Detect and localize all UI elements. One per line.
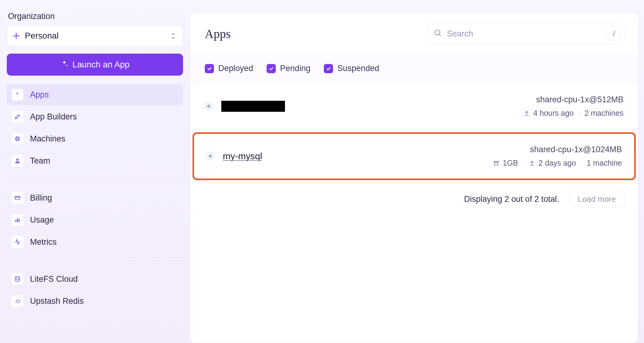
app-row[interactable]: shared-cpu-1x@512MB 4 hours ago · 2 mach… [190, 82, 638, 130]
activity-icon [11, 236, 24, 248]
bars-icon [11, 213, 24, 226]
main-header: Apps / [190, 13, 638, 54]
sidebar: Organization Personal Launch an App Apps… [0, 0, 190, 343]
app-age: 2 days ago [538, 159, 576, 168]
svg-rect-8 [15, 196, 20, 200]
org-selector[interactable]: Personal [7, 25, 183, 46]
app-cpu: shared-cpu-1x@512MB [523, 95, 623, 104]
app-machines: 1 machine [587, 159, 622, 168]
cpu-icon [11, 132, 24, 145]
total-text: Displaying 2 out of 2 total. [464, 194, 559, 204]
checkbox-checked-icon [267, 64, 276, 73]
svg-rect-9 [15, 220, 17, 222]
load-more-button[interactable]: Load more [569, 190, 625, 208]
app-meta-line: 4 hours ago · 2 machines [523, 109, 623, 118]
org-name: Personal [25, 31, 166, 41]
deploy-icon [523, 110, 530, 117]
checkbox-checked-icon [324, 64, 333, 73]
sparkle-icon [11, 88, 24, 101]
user-icon [11, 154, 24, 167]
sidebar-item-apps[interactable]: Apps [7, 84, 183, 105]
search-box[interactable]: / [426, 24, 625, 44]
filter-pending[interactable]: Pending [267, 64, 310, 73]
search-input[interactable] [447, 29, 602, 39]
app-name[interactable]: my-mysql [223, 151, 262, 161]
svg-point-12 [15, 277, 20, 278]
app-meta: shared-cpu-1x@1024MB 1GB · 2 days ago · … [493, 145, 622, 168]
filter-label: Deployed [218, 64, 253, 73]
list-footer: Displaying 2 out of 2 total. Load more [190, 180, 638, 218]
launch-app-button[interactable]: Launch an App [7, 54, 183, 76]
database-icon [11, 273, 24, 285]
checkbox-checked-icon [205, 64, 214, 73]
storage-icon [493, 160, 500, 167]
sidebar-item-upstash[interactable]: Upstash Redis [7, 291, 183, 311]
app-row[interactable]: my-mysql shared-cpu-1x@1024MB 1GB · 2 da… [193, 132, 636, 180]
svg-rect-11 [19, 219, 20, 222]
org-label: Organization [7, 12, 183, 21]
filter-deployed[interactable]: Deployed [205, 64, 253, 73]
svg-point-1 [13, 36, 14, 36]
sidebar-item-machines[interactable]: Machines [7, 128, 183, 149]
divider [7, 260, 183, 261]
app-age: 4 hours ago [533, 109, 574, 118]
sidebar-item-label: App Builders [30, 112, 77, 122]
main-panel: Apps / Deployed Pending Suspended [190, 13, 638, 343]
swirl-icon [11, 295, 24, 307]
sidebar-item-label: Upstash Redis [30, 296, 84, 306]
page-title: Apps [205, 27, 420, 41]
svg-point-13 [435, 30, 440, 35]
sidebar-item-litefs[interactable]: LiteFS Cloud [7, 269, 183, 289]
sidebar-item-app-builders[interactable]: App Builders [7, 106, 183, 127]
app-machines: 2 machines [584, 109, 623, 118]
tools-icon [11, 110, 24, 123]
filter-suspended[interactable]: Suspended [324, 64, 379, 73]
svg-rect-5 [16, 137, 19, 141]
deploy-icon [529, 160, 535, 167]
sidebar-item-label: LiteFS Cloud [30, 274, 78, 284]
filter-label: Pending [280, 64, 310, 73]
svg-rect-10 [17, 218, 18, 222]
app-cpu: shared-cpu-1x@1024MB [493, 145, 622, 154]
sidebar-item-label: Billing [30, 193, 52, 203]
app-storage: 1GB [503, 159, 518, 168]
updown-icon [170, 32, 176, 40]
sidebar-item-label: Metrics [30, 237, 57, 247]
sidebar-item-label: Usage [30, 215, 54, 225]
svg-point-7 [16, 159, 18, 161]
filter-row: Deployed Pending Suspended [190, 54, 638, 82]
sidebar-nav: Apps App Builders Machines Team Billing [7, 84, 183, 311]
sidebar-item-usage[interactable]: Usage [7, 209, 183, 230]
app-name-redacted [221, 101, 285, 112]
app-meta-line: 1GB · 2 days ago · 1 machine [493, 159, 622, 168]
app-meta: shared-cpu-1x@512MB 4 hours ago · 2 mach… [523, 95, 623, 118]
sidebar-item-team[interactable]: Team [7, 150, 183, 171]
sidebar-item-label: Machines [30, 134, 66, 144]
status-dot-icon [206, 152, 214, 160]
sidebar-item-billing[interactable]: Billing [7, 187, 183, 208]
filter-label: Suspended [337, 64, 379, 73]
launch-label: Launch an App [73, 60, 130, 70]
divider [7, 179, 183, 179]
card-icon [11, 191, 24, 204]
sidebar-item-label: Team [30, 156, 50, 166]
apps-list: shared-cpu-1x@512MB 4 hours ago · 2 mach… [190, 82, 638, 180]
org-icon [12, 32, 21, 40]
search-icon [433, 28, 442, 39]
svg-point-0 [15, 35, 17, 37]
svg-point-4 [16, 38, 17, 39]
sidebar-item-label: Apps [30, 90, 49, 100]
status-dot-icon [205, 102, 213, 110]
svg-rect-6 [17, 138, 18, 140]
sidebar-item-metrics[interactable]: Metrics [7, 232, 183, 252]
sparkle-icon [60, 60, 68, 70]
svg-point-3 [16, 33, 17, 34]
kbd-shortcut: / [607, 27, 621, 40]
svg-point-2 [18, 36, 19, 36]
